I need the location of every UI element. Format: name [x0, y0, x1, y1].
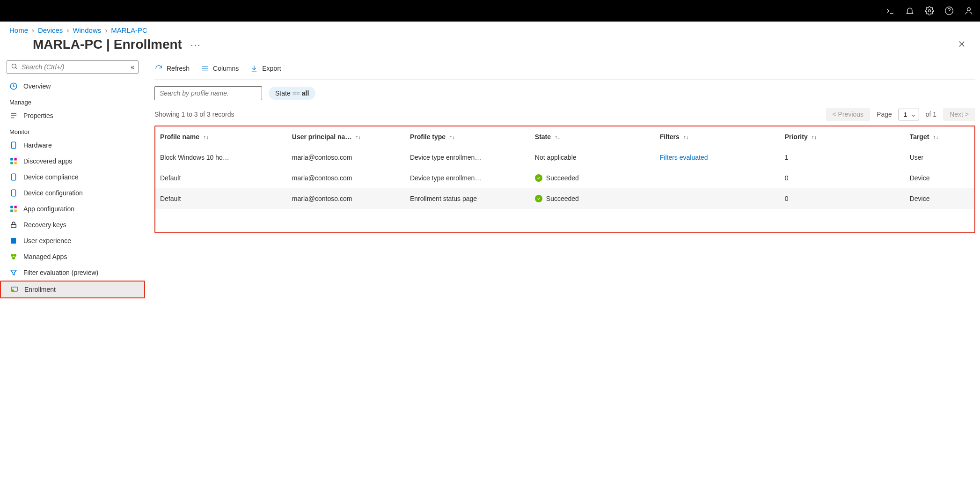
- sidebar-item-label: Discovered apps: [23, 157, 72, 165]
- button-label: Refresh: [167, 65, 190, 72]
- sort-icon: ↑↓: [683, 134, 689, 141]
- sidebar: « Overview Manage Properties Monitor Har…: [0, 58, 145, 308]
- columns-button[interactable]: Columns: [201, 64, 239, 73]
- sidebar-search[interactable]: «: [7, 60, 139, 74]
- svg-rect-17: [11, 224, 16, 228]
- sidebar-item-label: Filter evaluation (preview): [23, 269, 98, 276]
- success-icon: [535, 174, 542, 182]
- col-state[interactable]: State ↑↓: [530, 126, 655, 147]
- breadcrumb-devices[interactable]: Devices: [38, 26, 63, 34]
- sidebar-item-label: Recovery keys: [23, 221, 66, 229]
- page-title: MARLA-PC | Enrollment: [33, 37, 182, 52]
- sidebar-item-label: User experience: [23, 237, 71, 245]
- profile-search-input[interactable]: [154, 86, 262, 100]
- col-profile-type[interactable]: Profile type ↑↓: [405, 126, 530, 147]
- breadcrumb-home[interactable]: Home: [9, 26, 28, 34]
- previous-page-button[interactable]: < Previous: [826, 108, 870, 121]
- notifications-icon[interactable]: [905, 6, 914, 15]
- sidebar-item-configuration[interactable]: Device configuration: [0, 185, 145, 201]
- state-filter-pill[interactable]: State == all: [269, 87, 315, 100]
- cell-priority: 1: [780, 147, 905, 168]
- breadcrumb-windows[interactable]: Windows: [73, 26, 101, 34]
- sidebar-item-properties[interactable]: Properties: [0, 108, 145, 124]
- sidebar-item-label: Enrollment: [24, 286, 56, 293]
- refresh-button[interactable]: Refresh: [154, 64, 190, 73]
- cell-upn: marla@contoso.com: [287, 168, 405, 188]
- cell-upn: marla@contoso.com: [287, 188, 405, 209]
- sidebar-item-managed-apps[interactable]: Managed Apps: [0, 249, 145, 265]
- svg-point-19: [11, 254, 14, 257]
- settings-icon[interactable]: [925, 6, 934, 15]
- cell-priority: 0: [780, 188, 905, 209]
- book-icon: [9, 237, 18, 245]
- col-profile-name[interactable]: Profile name ↑↓: [155, 126, 287, 147]
- breadcrumb-device[interactable]: MARLA-PC: [111, 26, 147, 34]
- svg-rect-10: [15, 162, 17, 164]
- device-icon: [9, 173, 18, 181]
- table-row[interactable]: Block Windows 10 ho…marla@contoso.comDev…: [155, 147, 974, 168]
- sidebar-item-hardware[interactable]: Hardware: [0, 137, 145, 153]
- cell-profile: Default: [155, 188, 287, 209]
- results-table: Profile name ↑↓ User principal na… ↑↓ Pr…: [155, 126, 974, 209]
- state-cell: Succeeded: [535, 174, 651, 182]
- cloud-shell-icon[interactable]: [885, 6, 895, 15]
- sidebar-item-compliance[interactable]: Device compliance: [0, 169, 145, 185]
- sidebar-item-label: Properties: [23, 112, 53, 119]
- col-target[interactable]: Target ↑↓: [905, 126, 974, 147]
- pager: < Previous Page 1 ⌄ of 1 Next >: [826, 108, 975, 121]
- filters-link[interactable]: Filters evaluated: [660, 154, 708, 161]
- records-summary: Showing 1 to 3 of 3 records: [154, 111, 234, 118]
- page-select[interactable]: 1: [899, 109, 919, 120]
- chevron-right-icon: ›: [105, 26, 107, 34]
- svg-point-2: [967, 7, 971, 11]
- content-pane: Refresh Columns Export State == all Show…: [145, 58, 980, 308]
- col-filters[interactable]: Filters ↑↓: [655, 126, 780, 147]
- cell-profile: Default: [155, 168, 287, 188]
- button-label: Export: [262, 65, 281, 72]
- more-actions-button[interactable]: ···: [190, 39, 201, 50]
- collapse-sidebar-icon[interactable]: «: [131, 63, 134, 71]
- page-label: Page: [877, 111, 892, 118]
- col-priority[interactable]: Priority ↑↓: [780, 126, 905, 147]
- sidebar-search-input[interactable]: [22, 63, 127, 71]
- sidebar-item-filter-evaluation[interactable]: Filter evaluation (preview): [0, 265, 145, 281]
- export-button[interactable]: Export: [250, 64, 281, 73]
- state-cell: Not applicable: [535, 154, 577, 161]
- svg-rect-16: [15, 210, 17, 212]
- chevron-right-icon: ›: [66, 26, 69, 34]
- hardware-icon: [9, 141, 18, 149]
- cell-upn: marla@contoso.com: [287, 147, 405, 168]
- sidebar-item-user-experience[interactable]: User experience: [0, 233, 145, 249]
- sidebar-item-enrollment[interactable]: Enrollment: [0, 281, 145, 298]
- next-page-button[interactable]: Next >: [943, 108, 975, 121]
- sidebar-item-app-configuration[interactable]: App configuration: [0, 201, 145, 217]
- svg-rect-11: [12, 174, 16, 180]
- close-blade-button[interactable]: [958, 40, 971, 50]
- help-icon[interactable]: [944, 6, 954, 15]
- device-icon: [9, 189, 18, 197]
- table-row[interactable]: Defaultmarla@contoso.comEnrollment statu…: [155, 188, 974, 209]
- apps-icon: [9, 205, 18, 213]
- breadcrumb: Home › Devices › Windows › MARLA-PC: [0, 22, 980, 34]
- success-icon: [535, 195, 542, 202]
- sort-icon: ↑↓: [812, 134, 817, 141]
- svg-point-3: [12, 64, 16, 68]
- pill-label: State ==: [275, 89, 302, 97]
- pill-value: all: [302, 89, 309, 97]
- sidebar-item-label: Hardware: [23, 141, 52, 149]
- lock-icon: [9, 221, 18, 229]
- cell-type: Device type enrollmen…: [405, 147, 530, 168]
- table-row[interactable]: Defaultmarla@contoso.comDevice type enro…: [155, 168, 974, 188]
- page-of: of 1: [926, 111, 936, 118]
- sidebar-item-discovered-apps[interactable]: Discovered apps: [0, 153, 145, 169]
- cell-type: Device type enrollmen…: [405, 168, 530, 188]
- sidebar-item-label: App configuration: [23, 205, 74, 213]
- sidebar-item-overview[interactable]: Overview: [0, 78, 145, 94]
- svg-rect-12: [12, 190, 16, 196]
- col-upn[interactable]: User principal na… ↑↓: [287, 126, 405, 147]
- cell-priority: 0: [780, 168, 905, 188]
- sidebar-item-recovery-keys[interactable]: Recovery keys: [0, 217, 145, 233]
- feedback-icon[interactable]: [964, 6, 973, 15]
- chevron-right-icon: ›: [32, 26, 34, 34]
- filter-icon: [9, 268, 18, 277]
